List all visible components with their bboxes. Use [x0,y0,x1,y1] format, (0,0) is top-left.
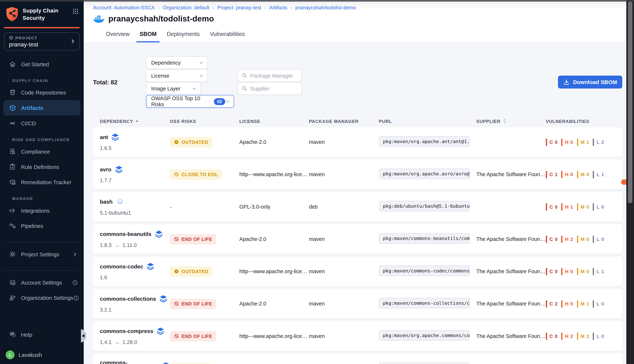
column-header-package-manager[interactable]: PACKAGE MANAGER [309,118,379,124]
column-header-oss-risks[interactable]: OSS RISKS [170,118,239,124]
severity-letter: L [596,301,600,306]
column-header-purl[interactable]: PURL [379,118,476,124]
sidebar-item-project-settings[interactable]: Project Settings [0,246,84,262]
tab-vulnerabilities[interactable]: Vulnerabilities [207,26,248,42]
dependency-name[interactable]: commons-collections [100,296,156,302]
dependency-name[interactable]: bash [100,199,113,205]
purl-value[interactable]: pkg:maven/commons-codec/commons-… [379,265,470,276]
tab-overview[interactable]: Overview [103,26,133,42]
scrollbar-track[interactable] [626,0,634,364]
breadcrumb-item[interactable]: Project: pranay-test [217,5,261,10]
search-input[interactable] [250,86,298,92]
dependency-name[interactable]: ant [100,134,108,140]
vuln-high-chip: H0 [561,171,573,178]
dependency-name[interactable]: commons-codec [100,264,143,270]
ban-icon [174,301,179,306]
project-selector[interactable]: PROJECT pranay-test [4,32,80,50]
purl-value[interactable]: pkg:maven/org.apache.ant/ant@1.6… [379,136,470,146]
filter-select-dependency[interactable]: Dependency [146,56,208,69]
total-count: Total: 82 [93,78,146,85]
download-sbom-button[interactable]: Download SBOM [558,76,622,88]
column-header-dependency[interactable]: DEPENDENCY [100,118,170,124]
severity-letter: C [549,204,553,210]
sidebar-item-get-started[interactable]: Get Started [0,56,84,72]
sidebar-item-label: CI/CD [21,120,36,126]
filter-select-owasp-oss-top-10-risks[interactable]: OWASP OSS Top 10 Risks02 [146,95,234,108]
info-icon[interactable] [73,295,79,301]
severity-letter: L [596,333,600,339]
column-header-license[interactable]: LICENSE [239,118,309,124]
sidebar-item-ci-cd[interactable]: CI/CD [0,116,84,131]
sidebar-item-remediation-tracker[interactable]: Remediation Tracker [0,175,84,190]
breadcrumb-item[interactable]: Artifacts [269,5,287,10]
severity-bar [577,236,578,243]
project-label: PROJECT [16,36,38,40]
purl-value[interactable]: pkg:maven/org.apache.commons/com… [379,330,470,340]
severity-count: 0 [555,268,558,274]
sidebar-item-rule-definitions[interactable]: Rule Definitions [0,159,84,175]
severity-count: 0 [555,139,558,145]
filter-select-image-layer[interactable]: Image Layer [146,82,201,95]
filter-select-license[interactable]: License [146,69,208,82]
tab-deployments[interactable]: Deployments [164,26,203,42]
version-current: 3.2.1 [100,307,112,313]
sidebar-item-compliance[interactable]: Compliance [0,144,84,159]
severity-bar [561,268,563,275]
oss-risk-label: OUTDATED [182,140,208,144]
purl-value[interactable]: pkg:maven/commons-collections/co… [379,298,470,308]
scrollbar-thumb[interactable] [628,1,632,203]
sidebar-item-organization-settings[interactable]: Organization Settings [0,290,84,306]
tab-sbom[interactable]: SBOM [136,26,160,42]
purl-value[interactable]: pkg:maven/commons-configuration/… [379,362,470,364]
severity-count: 0 [586,268,589,274]
sidebar-item-integrations[interactable]: Integrations [0,203,84,218]
breadcrumb-separator: › [265,5,266,10]
license-cell: http---www.apache.org-lice… [239,268,309,274]
search-input[interactable] [250,72,298,78]
purl-value[interactable]: pkg:maven/commons-beanutils/comm… [379,233,470,244]
ban-icon [174,333,179,339]
column-header-vulnerabilities[interactable]: VULNERABILITIES [546,118,622,124]
search-supplier-input[interactable] [237,82,302,95]
column-header-supplier[interactable]: SUPPLIER [476,118,546,124]
severity-bar [546,138,547,146]
user-menu[interactable]: L Lavakush [0,348,84,362]
severity-letter: M [580,172,585,177]
dependency-name[interactable]: commons-beanutils [100,231,151,237]
severity-letter: M [580,268,585,274]
project-name: pranay-test [9,41,75,48]
column-label: DEPENDENCY [100,119,133,124]
severity-letter: H [565,236,569,242]
table-row: avro1.7.7CLOSE TO EOLhttp---www.apache.o… [93,160,622,189]
sidebar-item-help[interactable]: ? Help [0,327,84,342]
clock-icon [174,269,179,274]
dependency-version: 5.1-6ubuntu1 [100,210,170,216]
help-label: Help [21,332,32,338]
search-package-manager-input[interactable] [237,69,302,82]
breadcrumb-item[interactable]: Account: Automation-SSCA [93,5,155,10]
purl-value[interactable]: pkg:deb/ubuntu/bash@5.1-6ubuntu1 [379,201,470,211]
severity-letter: L [596,172,600,177]
sidebar-item-pipelines[interactable]: Pipelines [0,218,84,234]
purl-cell: pkg:maven/org.apache.avro/avro@1… [379,168,476,180]
severity-count: 0 [586,236,589,242]
app-grid-icon[interactable] [72,8,79,14]
purl-value[interactable]: pkg:maven/org.apache.avro/avro@1… [379,168,470,179]
severity-bar [593,138,594,146]
severity-bar [593,171,594,178]
sidebar-item-code-repositories[interactable]: Code Repositories [0,85,84,100]
dependency-cell: commons-configuration1.6 [100,354,170,364]
info-icon[interactable] [72,280,78,286]
sidebar-item-account-settings[interactable]: Account Settings [0,275,84,290]
license-cell: Apache-2.0 [239,139,309,145]
oss-risk-cell: OUTDATED [170,137,239,147]
sidebar-item-artifacts[interactable]: Artifacts [3,100,81,116]
sidebar-item-label: Artifacts [21,105,43,111]
dependency-name[interactable]: commons-compress [100,328,153,334]
dependency-version: 1.4.1→1.28.0 [100,339,170,345]
breadcrumb-item[interactable]: pranaycshah/todolist-demo [295,5,356,10]
purl-cell: pkg:maven/commons-codec/commons-… [379,265,476,278]
dependency-name[interactable]: commons-configuration [100,360,158,364]
breadcrumb-item[interactable]: Organization: default [163,5,209,10]
dependency-name[interactable]: avro [100,166,111,173]
